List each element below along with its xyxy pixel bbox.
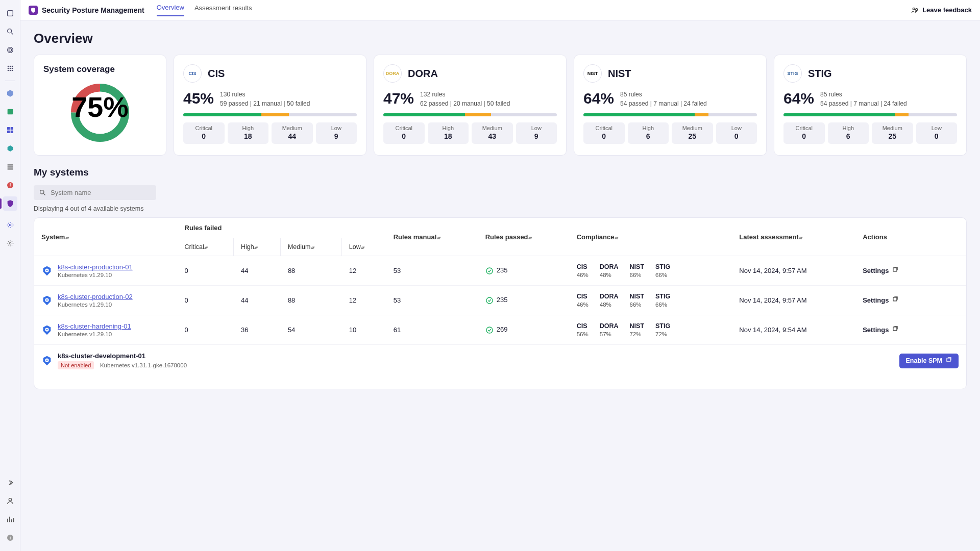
svg-point-40 xyxy=(486,268,493,274)
cell-critical: 0 xyxy=(177,315,234,345)
compliance-item: NIST66% xyxy=(630,263,644,278)
col-latest[interactable]: Latest assessment xyxy=(732,218,855,256)
svg-line-2 xyxy=(11,33,13,34)
svg-rect-21 xyxy=(7,168,13,169)
enable-spm-button[interactable]: Enable SPM xyxy=(899,354,959,368)
cell-compliance: CIS46% DORA48% NIST66% STIG66% xyxy=(569,286,732,315)
system-name-disabled: k8s-cluster-development-01 xyxy=(58,352,187,360)
system-name-link[interactable]: k8s-cluster-hardening-01 xyxy=(58,322,131,330)
compliance-item: DORA48% xyxy=(600,293,619,308)
svg-point-13 xyxy=(11,70,13,71)
system-name-link[interactable]: k8s-cluster-production-02 xyxy=(58,293,133,300)
svg-rect-15 xyxy=(7,127,10,130)
cell-low: 10 xyxy=(341,315,386,345)
framework-progress-bar xyxy=(183,113,357,116)
nav-apps-icon[interactable] xyxy=(3,61,17,76)
breadcrumb-title[interactable]: Security Posture Management xyxy=(42,6,144,14)
framework-name: CIS xyxy=(208,68,225,80)
card-system-coverage: System coverage 75% xyxy=(34,55,166,156)
sev-chip-medium: Medium 43 xyxy=(472,122,513,144)
nav-expand-icon[interactable] xyxy=(3,475,17,490)
col-rules-failed: Rules failed xyxy=(177,218,386,238)
system-name-link[interactable]: k8s-cluster-production-01 xyxy=(58,263,133,271)
col-low[interactable]: Low xyxy=(341,238,386,256)
framework-progress-bar xyxy=(383,113,557,116)
svg-rect-16 xyxy=(10,127,13,130)
cell-medium: 88 xyxy=(280,286,341,315)
nav-search-icon[interactable] xyxy=(3,24,17,39)
nav-list-icon[interactable] xyxy=(3,160,17,174)
search-icon xyxy=(39,189,46,196)
system-meta: Kubernetes v1.31.1-gke.1678000 xyxy=(100,362,187,368)
sev-chip-high: High 6 xyxy=(828,122,869,144)
tab-overview[interactable]: Overview xyxy=(157,4,184,16)
svg-point-1 xyxy=(7,29,11,33)
nav-alert-icon[interactable] xyxy=(3,178,17,192)
svg-rect-24 xyxy=(10,187,10,187)
col-compliance[interactable]: Compliance xyxy=(569,218,732,256)
popout-icon xyxy=(945,357,952,365)
col-medium[interactable]: Medium xyxy=(280,238,341,256)
svg-point-36 xyxy=(40,190,44,194)
nav-radar-icon[interactable] xyxy=(3,43,17,57)
sev-chip-medium: Medium 44 xyxy=(272,122,313,144)
col-high[interactable]: High xyxy=(234,238,281,256)
search-input[interactable] xyxy=(51,189,151,196)
check-icon xyxy=(485,325,497,333)
col-rules-manual[interactable]: Rules manual xyxy=(386,218,478,256)
nav-cube-icon[interactable] xyxy=(3,86,17,101)
nav-grid-icon[interactable] xyxy=(3,123,17,137)
compliance-item: STIG72% xyxy=(655,322,670,337)
col-system[interactable]: System xyxy=(34,218,177,256)
col-rules-passed[interactable]: Rules passed xyxy=(478,218,569,256)
svg-line-37 xyxy=(43,193,45,195)
leave-feedback-button[interactable]: Leave feedback xyxy=(911,6,972,14)
svg-rect-18 xyxy=(10,131,13,133)
nav-home-icon[interactable] xyxy=(3,6,17,20)
popout-icon xyxy=(892,266,899,275)
svg-point-8 xyxy=(7,68,9,69)
svg-point-27 xyxy=(9,498,11,501)
svg-point-6 xyxy=(9,66,11,67)
sev-chip-high: High 18 xyxy=(428,122,469,144)
section-title-my-systems: My systems xyxy=(34,167,967,178)
cell-latest: Nov 14, 2024, 9:57 AM xyxy=(732,256,855,286)
col-actions: Actions xyxy=(855,218,966,256)
svg-rect-17 xyxy=(7,131,10,133)
settings-button[interactable]: Settings xyxy=(863,266,959,275)
framework-logo-nist: NIST xyxy=(583,64,602,83)
nav-cloud-icon[interactable] xyxy=(3,141,17,156)
sev-chip-low: Low 0 xyxy=(716,122,757,144)
nav-user-icon[interactable] xyxy=(3,494,17,508)
svg-rect-20 xyxy=(7,166,13,167)
framework-summary: 85 rules54 passed | 7 manual | 24 failed xyxy=(820,90,907,108)
card-framework-dora: DORA DORA 47% 132 rules62 passed | 20 ma… xyxy=(374,55,567,156)
nav-db-icon[interactable] xyxy=(3,105,17,119)
table-row: k8s-cluster-hardening-01 Kubernetes v1.2… xyxy=(34,315,966,345)
nav-info-icon[interactable] xyxy=(3,531,17,545)
sev-chip-critical: Critical 0 xyxy=(383,122,425,144)
svg-point-12 xyxy=(9,70,11,71)
framework-logo-dora: DORA xyxy=(383,64,402,83)
settings-button[interactable]: Settings xyxy=(863,296,959,305)
settings-button[interactable]: Settings xyxy=(863,325,959,334)
compliance-item: NIST66% xyxy=(630,293,644,308)
svg-point-32 xyxy=(916,8,918,10)
nav-gear2-icon[interactable] xyxy=(3,236,17,251)
nav-gear-small-icon[interactable] xyxy=(3,218,17,232)
kubernetes-icon xyxy=(41,265,53,277)
cell-medium: 88 xyxy=(280,256,341,286)
cell-passed: 235 xyxy=(478,286,569,315)
nav-shield-icon[interactable] xyxy=(3,196,17,211)
compliance-item: STIG66% xyxy=(655,293,670,308)
compliance-item: NIST72% xyxy=(630,322,644,337)
sev-chip-critical: Critical 0 xyxy=(783,122,825,144)
framework-name: NIST xyxy=(608,68,631,80)
col-critical[interactable]: Critical xyxy=(177,238,234,256)
coverage-pct-label: 75% xyxy=(71,91,129,123)
tab-assessment-results[interactable]: Assessment results xyxy=(194,4,252,16)
sev-chip-low: Low 9 xyxy=(316,122,357,144)
popout-icon xyxy=(892,325,899,334)
system-meta: Kubernetes v1.29.10 xyxy=(58,302,133,308)
nav-stats-icon[interactable] xyxy=(3,512,17,527)
